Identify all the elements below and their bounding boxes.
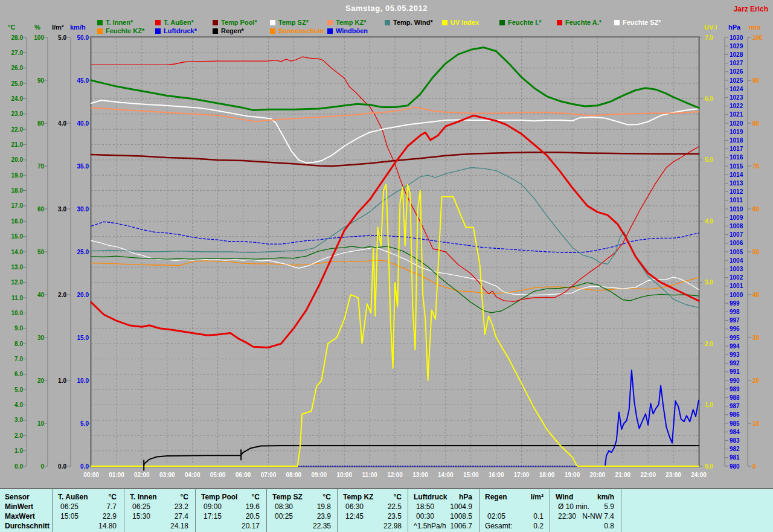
svg-text:5.0: 5.0 (705, 156, 713, 163)
svg-text:4.0: 4.0 (58, 120, 66, 127)
svg-text:1000: 1000 (730, 292, 743, 298)
svg-text:0: 0 (752, 463, 756, 470)
svg-text:1020: 1020 (730, 120, 743, 127)
svg-text:1012: 1012 (730, 188, 743, 195)
svg-text:15.0: 15.0 (11, 233, 24, 240)
stats-cell: 22.9 (53, 512, 117, 521)
svg-text:12:00: 12:00 (387, 472, 403, 477)
stats-cell: °C (338, 493, 402, 501)
svg-text:2.0: 2.0 (14, 432, 23, 439)
svg-text:993: 993 (730, 351, 740, 358)
svg-text:17:00: 17:00 (514, 472, 530, 477)
svg-text:19.0: 19.0 (11, 172, 24, 179)
stats-cell: 22.5 (338, 502, 402, 511)
svg-text:0.0: 0.0 (705, 463, 713, 470)
svg-text:981: 981 (730, 454, 740, 461)
svg-text:4.0: 4.0 (705, 218, 713, 225)
svg-text:5.0: 5.0 (58, 34, 66, 41)
svg-text:985: 985 (730, 420, 740, 427)
svg-text:1.0: 1.0 (14, 447, 23, 454)
svg-text:999: 999 (730, 300, 740, 307)
svg-text:15.0: 15.0 (77, 335, 89, 341)
svg-text:40: 40 (752, 292, 760, 298)
svg-text:05:00: 05:00 (210, 472, 226, 477)
svg-text:50.0: 50.0 (77, 34, 89, 41)
stats-cell: 23.2 (124, 502, 188, 511)
svg-text:10.0: 10.0 (11, 310, 24, 316)
svg-text:5.0: 5.0 (80, 420, 89, 427)
svg-text:70: 70 (37, 163, 45, 170)
svg-text:27.0: 27.0 (11, 50, 24, 56)
svg-text:14.0: 14.0 (11, 249, 24, 255)
svg-text:1008: 1008 (730, 223, 743, 229)
stats-cell: 22.98 (338, 522, 402, 530)
stats-cell: 20.5 (196, 512, 260, 521)
svg-text:2.0: 2.0 (58, 292, 66, 298)
svg-text:14:00: 14:00 (438, 472, 454, 477)
svg-text:1002: 1002 (730, 274, 743, 281)
svg-text:25.0: 25.0 (77, 249, 89, 255)
svg-text:980: 980 (730, 463, 740, 470)
svg-text:1.0: 1.0 (58, 377, 66, 384)
svg-text:03:00: 03:00 (159, 472, 175, 477)
svg-text:994: 994 (730, 343, 740, 350)
svg-text:982: 982 (730, 446, 740, 452)
svg-text:15:00: 15:00 (463, 472, 479, 477)
stats-cell: 1006.7 (408, 522, 472, 530)
stats-cell: 7.7 (53, 502, 117, 511)
stats-cell: N-NW 7.4 (550, 512, 614, 521)
svg-text:0: 0 (40, 463, 44, 470)
svg-text:28.0: 28.0 (11, 34, 24, 41)
stats-table: SensorMinWertMaxWertDurchschnittT. Außen… (0, 488, 773, 532)
svg-text:1022: 1022 (730, 103, 743, 109)
svg-text:40: 40 (37, 292, 45, 298)
stats-cell: 1004.9 (408, 502, 472, 511)
svg-text:70: 70 (752, 163, 760, 170)
svg-text:08:00: 08:00 (286, 472, 302, 477)
svg-text:1013: 1013 (730, 180, 743, 187)
svg-text:35.0: 35.0 (77, 163, 89, 170)
svg-text:1011: 1011 (730, 197, 743, 204)
svg-text:1009: 1009 (730, 214, 743, 221)
svg-text:1030: 1030 (730, 34, 743, 41)
svg-text:30: 30 (37, 335, 45, 341)
svg-text:12.0: 12.0 (11, 279, 24, 286)
svg-text:998: 998 (730, 309, 740, 315)
svg-text:1007: 1007 (730, 231, 743, 238)
svg-text:20: 20 (752, 377, 760, 384)
stats-cell: 23.5 (338, 512, 402, 521)
svg-text:7.0: 7.0 (14, 356, 23, 362)
svg-text:22.0: 22.0 (11, 126, 24, 133)
stats-cell: 0.2 (480, 522, 544, 530)
svg-text:1003: 1003 (730, 266, 743, 272)
svg-text:989: 989 (730, 386, 740, 393)
svg-text:45.0: 45.0 (77, 77, 89, 84)
svg-text:06:00: 06:00 (236, 472, 251, 477)
svg-text:0.0: 0.0 (58, 463, 66, 470)
svg-text:21:00: 21:00 (615, 472, 630, 477)
stats-cell: 24.18 (124, 522, 188, 530)
svg-text:1027: 1027 (730, 60, 743, 66)
svg-text:24.0: 24.0 (11, 95, 24, 102)
svg-text:2.0: 2.0 (705, 341, 713, 347)
svg-text:100: 100 (752, 34, 763, 41)
svg-text:1025: 1025 (730, 77, 743, 84)
svg-text:6.0: 6.0 (705, 95, 713, 102)
svg-text:30.0: 30.0 (77, 206, 89, 213)
svg-text:22:00: 22:00 (640, 472, 656, 477)
svg-text:20.0: 20.0 (11, 156, 24, 163)
svg-text:07:00: 07:00 (261, 472, 277, 477)
stats-cell: 0.8 (550, 522, 614, 530)
svg-text:1024: 1024 (730, 86, 743, 92)
weather-chart-window: Samstag, 05.05.2012 Jarz Erich T. Innen*… (0, 0, 773, 532)
svg-text:3.0: 3.0 (14, 417, 23, 423)
svg-text:20.0: 20.0 (77, 292, 89, 298)
stats-cell: 1008.5 (408, 512, 472, 521)
svg-text:19:00: 19:00 (565, 472, 580, 477)
svg-text:1029: 1029 (730, 43, 743, 50)
svg-text:1001: 1001 (730, 283, 743, 289)
svg-text:20:00: 20:00 (590, 472, 606, 477)
stats-cell: hPa (408, 493, 472, 501)
stats-cell: MinWert (5, 502, 33, 511)
svg-text:0.0: 0.0 (80, 463, 89, 470)
